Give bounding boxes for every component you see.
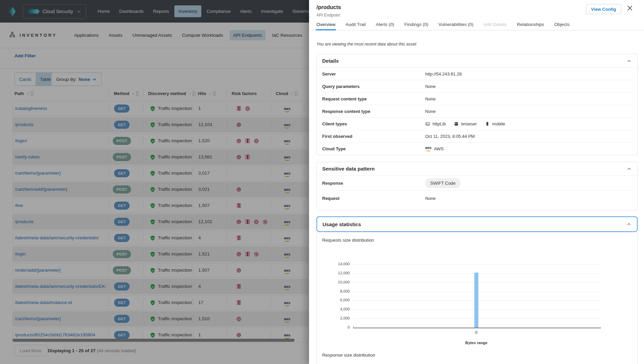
detail-label: Query parameters	[322, 84, 425, 89]
details-rows: Serverhttp://54.243.61.28Query parameter…	[317, 68, 637, 155]
detail-value-text: None	[425, 96, 436, 101]
client-type-label: mobile	[492, 121, 505, 126]
tab-findings-0[interactable]: Findings (0)	[404, 19, 428, 30]
detail-row: First observedOct 11, 2023, 8:05:44 PM	[322, 130, 632, 143]
chart-y-tick-label: 12,000	[317, 271, 350, 275]
tab-vulnerabilities-0[interactable]: Vulnerabilities (0)	[438, 19, 473, 30]
modal-dim-overlay[interactable]	[0, 0, 309, 364]
chevron-up-icon[interactable]	[626, 166, 632, 172]
detail-value: None	[425, 84, 436, 89]
detail-value: httpLibbrowsermobile	[425, 121, 505, 126]
detail-value-text: http://54.243.61.28	[425, 71, 462, 77]
tab-relationships[interactable]: Relationships	[517, 19, 544, 30]
usage-title: Usage statistics	[323, 221, 361, 227]
httplib-icon	[425, 121, 430, 126]
chart-axis-tick	[353, 326, 353, 328]
panel-tabs: OverviewAudit TrailAlerts (0)Findings (0…	[309, 19, 644, 30]
details-title: Details	[322, 58, 339, 64]
detail-label: Cloud Type	[322, 146, 425, 151]
aws-icon: aws	[425, 146, 432, 151]
detail-value: None	[425, 109, 436, 114]
chart-y-tick-label: 0	[317, 325, 350, 329]
browser-icon	[454, 121, 459, 126]
detail-row: Serverhttp://54.243.61.28	[322, 68, 632, 80]
cloud-type-value: AWS	[434, 146, 444, 151]
detail-value: None	[425, 96, 436, 101]
panel-title: /products	[316, 4, 341, 10]
chart-y-tick-label: 6,000	[317, 298, 350, 302]
detail-value-text: Oct 11, 2023, 8:05:44 PM	[425, 134, 475, 139]
client-type-label: httpLib	[433, 121, 446, 126]
tab-iam-details: IAM Details	[483, 19, 507, 30]
chart-y-tick-label: 4,000	[317, 307, 350, 311]
detail-label: Server	[322, 71, 425, 77]
detail-value: Oct 11, 2023, 8:05:44 PM	[425, 134, 475, 139]
sensitive-row: ResponseSWIFT Code	[322, 176, 632, 191]
chart-y-tick-label: 10,000	[317, 280, 350, 284]
sensitive-title: Sensitive data pattern	[322, 166, 375, 172]
mobile-icon	[485, 121, 490, 126]
detail-label: Request content type	[322, 96, 425, 101]
detail-row: Response content typeNone	[322, 105, 632, 118]
chevron-up-icon[interactable]	[626, 221, 632, 227]
usage-statistics-header[interactable]: Usage statistics	[316, 216, 638, 232]
sensitive-label: Request	[322, 196, 425, 201]
tab-alerts-0[interactable]: Alerts (0)	[376, 19, 394, 30]
sensitive-row: RequestNone	[322, 191, 632, 206]
client-type-label: browser	[461, 121, 477, 126]
sensitive-label: Response	[322, 181, 425, 186]
tab-overview[interactable]: Overview	[316, 19, 335, 30]
client-type: httpLib	[425, 121, 446, 126]
detail-row: Request content typeNone	[322, 93, 632, 105]
chart-x-axis-label: Bytes range	[465, 341, 487, 345]
view-config-button[interactable]: View Config	[586, 4, 621, 14]
client-type: mobile	[485, 121, 505, 126]
sensitive-data-pill: SWIFT Code	[425, 178, 461, 188]
chart-x-tick-label: 0	[475, 330, 477, 335]
sensitive-value: None	[425, 196, 436, 201]
response-chart-title: Response size distribution	[322, 353, 375, 358]
detail-value-text: None	[425, 84, 436, 89]
detail-value-text: None	[425, 109, 436, 114]
chart-y-tick-label: 8,000	[317, 289, 350, 293]
detail-label: Client types	[322, 121, 425, 126]
detail-value: http://54.243.61.28	[425, 71, 462, 77]
sensitive-rows: ResponseSWIFT CodeRequestNone	[317, 176, 637, 206]
panel-subtitle: API Endpoint	[316, 13, 340, 18]
chevron-up-icon[interactable]	[626, 58, 632, 64]
chart-bar	[474, 273, 478, 328]
client-type: browser	[454, 121, 477, 126]
details-card-header[interactable]: Details	[317, 54, 637, 68]
detail-label: Response content type	[322, 109, 425, 114]
detail-row: Client typeshttpLibbrowsermobile	[322, 118, 632, 130]
detail-label: First observed	[322, 134, 425, 139]
detail-row: Query parametersNone	[322, 80, 632, 93]
detail-row: Cloud TypeawsAWS	[322, 143, 632, 155]
details-card: Details Serverhttp://54.243.61.28Query p…	[316, 54, 638, 155]
recent-data-note: You are viewing the most recent data abo…	[316, 42, 416, 47]
chart-x-axis	[353, 328, 601, 328]
tab-objects[interactable]: Objects	[554, 19, 570, 30]
chart-y-tick-label: 2,000	[317, 316, 350, 320]
asset-detail-panel: /products API Endpoint View Config Overv…	[309, 0, 644, 364]
close-icon[interactable]	[626, 5, 634, 12]
detail-value: awsAWS	[425, 146, 444, 151]
chart-y-tick-label: 14,000	[317, 262, 350, 266]
tab-audit-trail[interactable]: Audit Trail	[345, 19, 366, 30]
usage-statistics-body: Requests size distribution 14,00012,0001…	[316, 233, 638, 364]
chart-gridline	[353, 264, 601, 265]
sensitive-data-card: Sensitive data pattern ResponseSWIFT Cod…	[316, 162, 638, 210]
sensitive-card-header[interactable]: Sensitive data pattern	[317, 162, 637, 176]
